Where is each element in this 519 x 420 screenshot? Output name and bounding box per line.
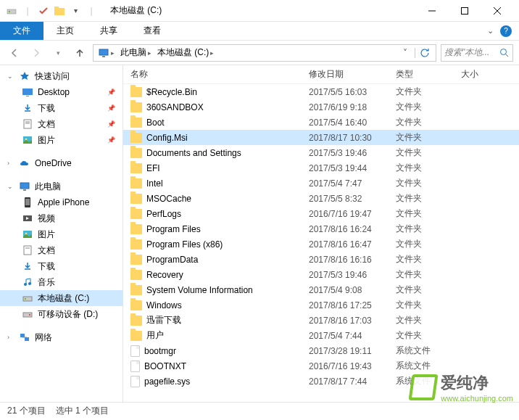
nav-videos[interactable]: 视频	[0, 210, 123, 226]
folder-icon	[130, 133, 142, 143]
svg-point-31	[28, 282, 31, 285]
view-tab[interactable]: 查看	[130, 22, 174, 40]
chevron-right-icon[interactable]: ›	[7, 334, 14, 341]
nav-pictures2[interactable]: 图片	[0, 226, 123, 242]
nav-network[interactable]: ›网络	[0, 329, 123, 345]
video-icon	[22, 213, 33, 224]
folder-icon	[130, 87, 142, 97]
svg-rect-33	[25, 298, 26, 300]
table-row[interactable]: Documents and Settings2017/5/3 19:46文件夹	[123, 145, 519, 160]
svg-rect-15	[24, 120, 31, 128]
chevron-down-icon[interactable]: ⌄	[484, 25, 496, 37]
file-type: 文件夹	[396, 101, 461, 113]
table-row[interactable]: Intel2017/5/4 7:47文件夹	[123, 176, 519, 191]
table-row[interactable]: ProgramData2017/8/16 16:16文件夹	[123, 252, 519, 267]
nav-apple-iphone[interactable]: Apple iPhone	[0, 194, 123, 210]
nav-downloads[interactable]: 下载📌	[0, 100, 123, 116]
nav-music[interactable]: 音乐	[0, 274, 123, 290]
header-name[interactable]: 名称	[130, 68, 309, 81]
share-tab[interactable]: 共享	[87, 22, 130, 40]
table-row[interactable]: Config.Msi2017/8/17 10:30文件夹	[123, 130, 519, 145]
table-row[interactable]: 360SANDBOX2017/6/19 9:18文件夹	[123, 99, 519, 115]
refresh-button[interactable]	[415, 48, 434, 58]
breadcrumb-path[interactable]: ▸ 此电脑 ▸ 本地磁盘 (C:) ▸ ˅	[93, 44, 436, 62]
minimize-button[interactable]	[415, 0, 448, 22]
chevron-right-icon[interactable]: ▸	[111, 49, 115, 57]
table-row[interactable]: BOOTNXT2016/7/16 19:43系统文件	[123, 358, 519, 374]
file-name: Windows	[146, 300, 182, 310]
check-icon[interactable]	[38, 5, 49, 17]
help-icon[interactable]: ?	[500, 25, 512, 37]
folder-icon	[130, 331, 142, 341]
table-row[interactable]: Recovery2017/5/3 19:46文件夹	[123, 267, 519, 282]
file-icon	[130, 361, 140, 372]
table-row[interactable]: 用户2017/5/4 7:44文件夹	[123, 328, 519, 343]
table-row[interactable]: Windows2017/8/16 17:25文件夹	[123, 297, 519, 313]
file-name: EFI	[146, 163, 160, 173]
folder-small-icon[interactable]	[54, 5, 65, 17]
nav-ddrive[interactable]: 可移动设备 (D:)	[0, 306, 123, 322]
file-date: 2017/8/16 17:03	[309, 316, 396, 326]
table-row[interactable]: System Volume Information2017/5/4 9:08文件…	[123, 282, 519, 297]
chevron-right-icon[interactable]: ›	[7, 160, 14, 167]
table-row[interactable]: 迅雷下载2017/8/16 17:03文件夹	[123, 313, 519, 328]
forward-button[interactable]	[28, 44, 45, 62]
nav-quick-access[interactable]: ⌄快速访问	[0, 68, 123, 84]
table-row[interactable]: EFI2017/5/3 19:44文件夹	[123, 160, 519, 176]
nav-documents[interactable]: 文档📌	[0, 116, 123, 132]
table-row[interactable]: Boot2017/5/4 16:40文件夹	[123, 115, 519, 130]
breadcrumb-seg-thispc[interactable]: 此电脑 ▸	[117, 46, 154, 59]
table-row[interactable]: PerfLogs2016/7/16 19:47文件夹	[123, 206, 519, 221]
status-item-count: 21 个项目	[7, 405, 46, 417]
table-row[interactable]: $Recycle.Bin2017/5/5 16:03文件夹	[123, 84, 519, 99]
file-icon	[130, 376, 140, 387]
address-dropdown-icon[interactable]: ˅	[399, 48, 412, 58]
chevron-down-icon[interactable]: ⌄	[7, 73, 14, 80]
header-type[interactable]: 类型	[396, 68, 461, 81]
nav-documents2[interactable]: 文档	[0, 242, 123, 258]
folder-icon	[130, 255, 142, 265]
recent-dropdown[interactable]: ▾	[49, 44, 67, 62]
status-selected-count: 选中 1 个项目	[56, 405, 109, 417]
nav-cdrive[interactable]: 本地磁盘 (C:)	[0, 290, 123, 306]
table-row[interactable]: Program Files (x86)2017/8/16 16:47文件夹	[123, 236, 519, 252]
svg-rect-35	[29, 314, 30, 316]
header-date[interactable]: 修改日期	[309, 68, 396, 81]
music-icon	[22, 276, 33, 288]
file-tab[interactable]: 文件	[0, 22, 43, 40]
search-input[interactable]: 搜索"本地...	[441, 44, 513, 62]
file-name: Recovery	[146, 270, 183, 280]
pc-icon[interactable]: ▸	[95, 48, 117, 58]
chevron-down-icon[interactable]: ⌄	[7, 183, 14, 190]
phone-icon	[22, 197, 33, 208]
chevron-right-icon[interactable]: ▸	[210, 49, 214, 57]
file-name: Boot	[146, 118, 165, 128]
table-row[interactable]: bootmgr2017/3/28 19:11系统文件	[123, 343, 519, 358]
search-icon[interactable]	[499, 48, 510, 58]
home-tab[interactable]: 主页	[43, 22, 87, 40]
table-row[interactable]: Program Files2017/8/16 16:24文件夹	[123, 221, 519, 236]
star-icon	[19, 70, 30, 82]
svg-rect-2	[54, 8, 65, 15]
svg-rect-34	[23, 313, 32, 317]
file-name: MSOCache	[146, 194, 191, 204]
header-size[interactable]: 大小	[461, 68, 519, 81]
up-button[interactable]	[71, 44, 88, 62]
nav-onedrive[interactable]: ›OneDrive	[0, 155, 123, 171]
chevron-right-icon[interactable]: ▸	[148, 49, 151, 57]
file-date: 2017/5/3 19:46	[309, 148, 396, 158]
breadcrumb-seg-cdrive[interactable]: 本地磁盘 (C:) ▸	[154, 46, 217, 59]
close-button[interactable]	[481, 0, 513, 22]
maximize-button[interactable]	[448, 0, 481, 22]
nav-thispc[interactable]: ⌄此电脑	[0, 178, 123, 194]
nav-desktop[interactable]: Desktop📌	[0, 84, 123, 100]
back-button[interactable]	[6, 44, 23, 62]
nav-pictures[interactable]: 图片📌	[0, 132, 123, 148]
file-type: 文件夹	[396, 299, 461, 311]
removable-drive-icon	[22, 308, 33, 320]
file-name: pagefile.sys	[144, 376, 190, 387]
table-row[interactable]: MSOCache2017/5/5 8:32文件夹	[123, 191, 519, 206]
nav-downloads2[interactable]: 下载	[0, 258, 123, 274]
qat-dropdown-icon[interactable]: ▾	[70, 5, 81, 17]
main-area: ⌄快速访问 Desktop📌 下载📌 文档📌 图片📌 ›OneDrive ⌄此电…	[0, 65, 519, 402]
